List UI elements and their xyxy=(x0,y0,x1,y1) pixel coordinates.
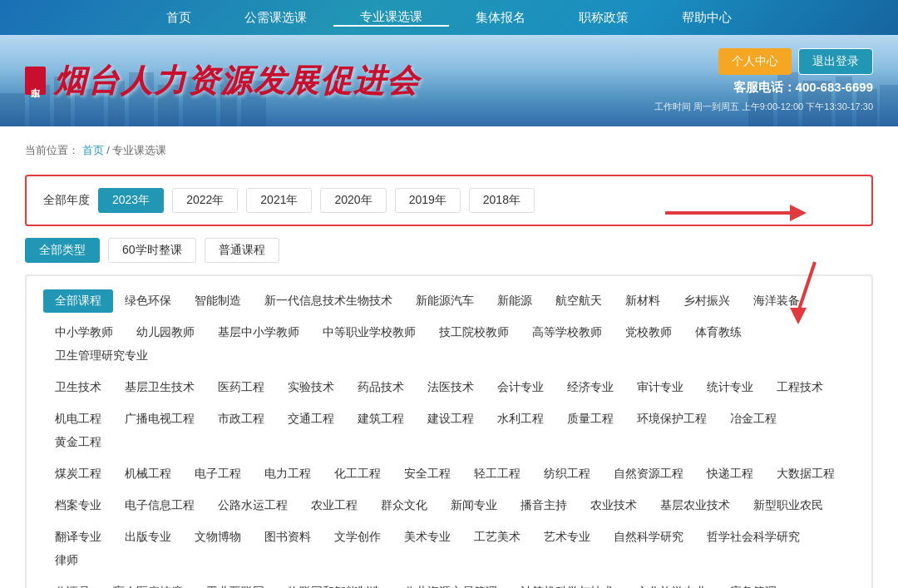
cat-btn-traffic[interactable]: 交通工程 xyxy=(276,408,346,431)
cat-btn-grassroots-teacher[interactable]: 基层中小学教师 xyxy=(206,321,311,344)
cat-btn-all[interactable]: 全部课程 xyxy=(43,289,113,313)
cat-btn-literature[interactable]: 文学创作 xyxy=(323,526,392,549)
cat-btn-natural-resource[interactable]: 自然资源工程 xyxy=(602,462,695,486)
year-btn-2022[interactable]: 2022年 xyxy=(172,188,238,213)
cat-btn-emergency[interactable]: 应急管理 xyxy=(718,581,788,588)
nav-item-1[interactable]: 公需课选课 xyxy=(218,10,333,26)
cat-btn-aerospace[interactable]: 航空航天 xyxy=(544,289,614,313)
cat-btn-lawyer[interactable]: 律师 xyxy=(43,549,90,572)
nav-item-5[interactable]: 帮助中心 xyxy=(655,10,758,26)
cat-btn-grassroots-health[interactable]: 基层卫生技术 xyxy=(113,376,206,399)
cat-btn-health-tech[interactable]: 卫生技术 xyxy=(43,376,113,399)
cat-btn-chemical[interactable]: 化工工程 xyxy=(323,462,392,486)
cat-btn-museum[interactable]: 文物博物 xyxy=(183,526,253,549)
cat-btn-archive[interactable]: 档案专业 xyxy=(43,494,113,517)
cat-btn-broadcast-host[interactable]: 播音主持 xyxy=(509,494,579,517)
cat-btn-culture-tourism[interactable]: 文化旅游专业 xyxy=(625,581,718,588)
cat-btn-env-protect[interactable]: 环境保护工程 xyxy=(625,408,718,431)
cat-btn-new-energy[interactable]: 新能源 xyxy=(486,289,544,313)
cat-btn-ocean[interactable]: 海洋装备 xyxy=(742,289,812,313)
cat-btn-primary-teacher[interactable]: 中小学教师 xyxy=(43,321,125,344)
cat-btn-university-teacher[interactable]: 高等学校教师 xyxy=(521,321,614,344)
cat-btn-municipal[interactable]: 市政工程 xyxy=(206,408,276,431)
cat-btn-translation[interactable]: 翻译专业 xyxy=(43,526,113,549)
cat-btn-grassroots-agri[interactable]: 基层农业技术 xyxy=(649,494,742,517)
cat-btn-sports-coach[interactable]: 体育教练 xyxy=(683,321,753,344)
cat-btn-accounting[interactable]: 会计专业 xyxy=(486,376,555,399)
cat-btn-green[interactable]: 绿色环保 xyxy=(113,289,183,313)
cat-btn-light-industry[interactable]: 轻工工程 xyxy=(462,462,532,486)
cat-btn-water[interactable]: 水利工程 xyxy=(486,408,555,431)
cat-btn-forensic[interactable]: 法医技术 xyxy=(416,376,486,399)
cat-btn-library[interactable]: 图书资料 xyxy=(253,526,323,549)
cat-btn-mechanical[interactable]: 机械工程 xyxy=(113,462,183,486)
cat-btn-audit[interactable]: 审计专业 xyxy=(625,376,695,399)
year-btn-2021[interactable]: 2021年 xyxy=(246,188,312,213)
cat-btn-pharma-eng[interactable]: 医药工程 xyxy=(206,376,276,399)
category-row-3: 卫生技术 基层卫生技术 医药工程 实验技术 药品技术 法医技术 会计专业 经济专… xyxy=(43,376,855,399)
cat-btn-smart-mfg[interactable]: 智能制造 xyxy=(183,289,253,313)
cat-btn-health-mgmt[interactable]: 卫生管理研究专业 xyxy=(43,344,160,368)
cat-btn-rural[interactable]: 乡村振兴 xyxy=(672,289,742,313)
cat-btn-arts[interactable]: 艺术专业 xyxy=(532,526,602,549)
cat-btn-fine-arts[interactable]: 美术专业 xyxy=(392,526,462,549)
year-btn-2018[interactable]: 2018年 xyxy=(469,188,535,213)
year-btn-2023[interactable]: 2023年 xyxy=(98,188,164,213)
cat-btn-new-farmer[interactable]: 新型职业农民 xyxy=(742,494,835,517)
cat-btn-engineering-tech[interactable]: 工程技术 xyxy=(765,376,835,399)
cat-btn-statistics[interactable]: 统计专业 xyxy=(695,376,765,399)
cat-btn-iot[interactable]: 物联网和智能制造 xyxy=(276,581,392,588)
nav-item-2[interactable]: 专业课选课 xyxy=(333,9,449,27)
cat-btn-broadcast[interactable]: 广播电视工程 xyxy=(113,408,206,431)
cat-btn-gold[interactable]: 黄金工程 xyxy=(43,431,113,454)
cat-btn-crafts[interactable]: 工艺美术 xyxy=(462,526,532,549)
cat-btn-computer-science[interactable]: 计算机科学与技术 xyxy=(509,581,625,588)
nav-item-4[interactable]: 职称政策 xyxy=(552,10,655,26)
cat-btn-construction[interactable]: 建筑工程 xyxy=(346,408,416,431)
cat-btn-metallurgy[interactable]: 冶金工程 xyxy=(718,408,788,431)
cat-btn-notary[interactable]: 公证员 xyxy=(43,581,101,588)
cat-btn-mass-culture[interactable]: 群众文化 xyxy=(369,494,439,517)
type-btn-60h[interactable]: 60学时整课 xyxy=(108,238,196,263)
logout-button[interactable]: 退出登录 xyxy=(798,48,873,75)
cat-btn-blind-massage[interactable]: 盲人医疗按摩 xyxy=(101,581,195,588)
cat-btn-express[interactable]: 快递工程 xyxy=(695,462,765,486)
cat-btn-lab-tech[interactable]: 实验技术 xyxy=(276,376,346,399)
cat-btn-tech-school[interactable]: 技工院校教师 xyxy=(427,321,521,344)
cat-btn-publishing[interactable]: 出版专业 xyxy=(113,526,183,549)
cat-btn-it-eng[interactable]: 电子信息工程 xyxy=(113,494,206,517)
cat-btn-safety[interactable]: 安全工程 xyxy=(392,462,462,486)
cat-btn-textile[interactable]: 纺织工程 xyxy=(532,462,602,486)
year-btn-2020[interactable]: 2020年 xyxy=(320,188,386,213)
type-btn-all[interactable]: 全部类型 xyxy=(25,238,100,263)
cat-btn-party-teacher[interactable]: 党校教师 xyxy=(614,321,683,344)
cat-btn-electronics[interactable]: 电子工程 xyxy=(183,462,253,486)
nav-item-3[interactable]: 集体报名 xyxy=(449,10,552,26)
type-btn-normal[interactable]: 普通课程 xyxy=(205,238,279,263)
cat-btn-bigdata[interactable]: 大数据工程 xyxy=(765,462,846,486)
cat-btn-power[interactable]: 电力工程 xyxy=(253,462,323,486)
cat-btn-new-energy-car[interactable]: 新能源汽车 xyxy=(404,289,486,313)
cat-btn-industrial-internet[interactable]: 工业互联网 xyxy=(195,581,276,588)
cat-btn-agri-eng[interactable]: 农业工程 xyxy=(299,494,369,517)
cat-btn-build-eng[interactable]: 建设工程 xyxy=(416,408,486,431)
cat-btn-drug-tech[interactable]: 药品技术 xyxy=(346,376,416,399)
cat-btn-agri-tech[interactable]: 农业技术 xyxy=(579,494,649,517)
cat-btn-new-material[interactable]: 新材料 xyxy=(614,289,672,313)
cat-btn-coal[interactable]: 煤炭工程 xyxy=(43,462,113,486)
cat-btn-vocational-teacher[interactable]: 中等职业学校教师 xyxy=(311,321,427,344)
cat-btn-highway[interactable]: 公路水运工程 xyxy=(206,494,299,517)
cat-btn-quality[interactable]: 质量工程 xyxy=(555,408,625,431)
cat-btn-electromech[interactable]: 机电工程 xyxy=(43,408,113,431)
cat-btn-natural-science[interactable]: 自然科学研究 xyxy=(602,526,695,549)
cat-btn-social-science[interactable]: 哲学社会科学研究 xyxy=(695,526,812,549)
cat-btn-journalism[interactable]: 新闻专业 xyxy=(439,494,509,517)
cat-btn-public-resource[interactable]: 公共资源交易管理 xyxy=(392,581,509,588)
cat-btn-it-bio[interactable]: 新一代信息技术生物技术 xyxy=(253,289,404,313)
year-btn-2019[interactable]: 2019年 xyxy=(395,188,461,213)
cat-btn-economics[interactable]: 经济专业 xyxy=(555,376,625,399)
personal-center-button[interactable]: 个人中心 xyxy=(718,48,792,75)
breadcrumb-home[interactable]: 首页 xyxy=(82,144,104,156)
cat-btn-kindergarten[interactable]: 幼儿园教师 xyxy=(125,321,206,344)
nav-item-0[interactable]: 首页 xyxy=(140,10,218,26)
